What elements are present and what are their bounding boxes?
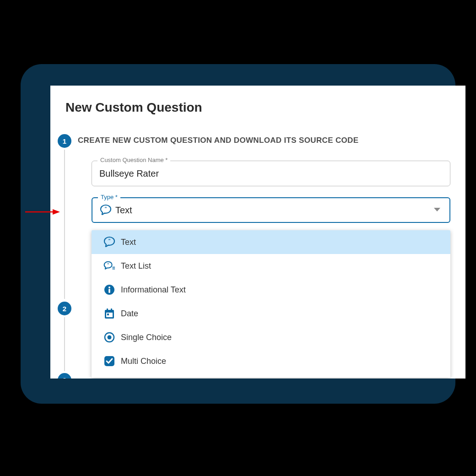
option-label: Text: [121, 238, 136, 247]
page-title: New Custom Question: [65, 100, 202, 115]
calendar-icon: [103, 308, 115, 319]
question-name-field[interactable]: Custom Question Name * Bullseye Rater: [92, 161, 450, 186]
checkbox-icon: [103, 355, 115, 367]
dropdown-filler: [92, 373, 450, 378]
option-label: Single Choice: [121, 333, 172, 342]
option-label: Informational Text: [121, 285, 186, 295]
question-name-value: Bullseye Rater: [99, 168, 159, 179]
step-3: 3: [58, 373, 71, 379]
type-dropdown-scroll[interactable]: Text Text List Informational Text: [92, 230, 450, 378]
form-panel: New Custom Question 1 CREATE NEW CUSTOM …: [50, 86, 465, 379]
type-option-text-list[interactable]: Text List: [92, 254, 450, 278]
question-type-value: Text: [100, 204, 132, 216]
step-badge: 3: [58, 373, 71, 379]
field-label: Custom Question Name *: [97, 157, 170, 163]
speech-quote-list-icon: [103, 260, 115, 272]
step-1-title: CREATE NEW CUSTOM QUESTION AND DOWNLOAD …: [78, 136, 358, 145]
field-label: Type *: [98, 194, 120, 200]
type-option-multi-choice[interactable]: Multi Choice: [92, 349, 450, 373]
option-label: Text List: [121, 261, 151, 271]
type-option-text[interactable]: Text: [92, 230, 450, 254]
option-label: Date: [121, 309, 138, 319]
type-dropdown: Text Text List Informational Text: [92, 230, 450, 378]
radio-icon: [103, 331, 115, 343]
step-badge: 2: [58, 302, 71, 315]
svg-marker-16: [53, 209, 60, 215]
step-1: 1: [58, 134, 71, 148]
annotation-arrow-icon: [24, 207, 61, 216]
type-option-informational-text[interactable]: Informational Text: [92, 278, 450, 302]
option-label: Multi Choice: [121, 357, 166, 366]
speech-quote-icon: [100, 204, 112, 216]
step-connector: [64, 317, 65, 371]
step-connector: [64, 150, 65, 299]
type-option-date[interactable]: Date: [92, 302, 450, 325]
type-option-single-choice[interactable]: Single Choice: [92, 325, 450, 349]
speech-quote-icon: [103, 236, 115, 248]
step-2: 2: [58, 302, 71, 315]
question-type-select[interactable]: Type * Text: [92, 197, 450, 223]
step-badge: 1: [58, 134, 71, 148]
outer-card: New Custom Question 1 CREATE NEW CUSTOM …: [21, 64, 455, 404]
chevron-down-icon: [433, 206, 441, 214]
info-icon: [103, 284, 115, 296]
type-value-text: Text: [115, 205, 132, 216]
